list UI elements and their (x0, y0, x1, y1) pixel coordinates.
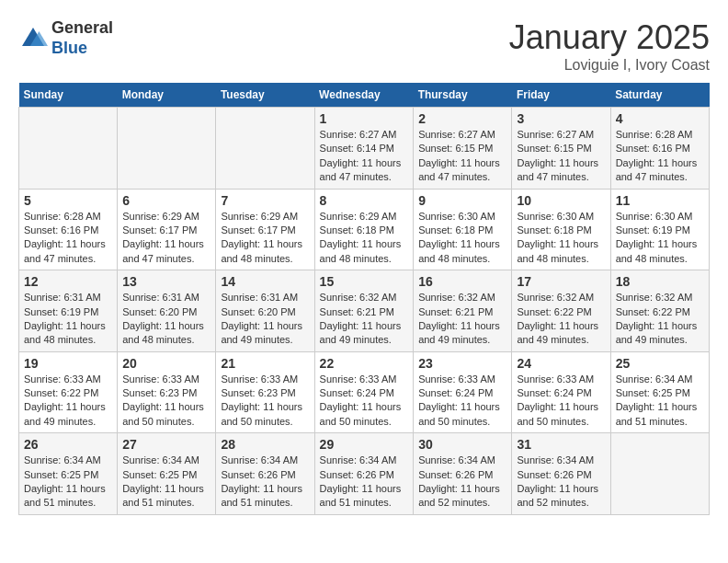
day-cell-15: 15Sunrise: 6:32 AM Sunset: 6:21 PM Dayli… (314, 270, 414, 352)
day-cell-30: 30Sunrise: 6:34 AM Sunset: 6:26 PM Dayli… (414, 433, 512, 515)
day-cell-31: 31Sunrise: 6:34 AM Sunset: 6:26 PM Dayli… (512, 433, 610, 515)
day-info: Sunrise: 6:31 AM Sunset: 6:19 PM Dayligh… (24, 291, 112, 348)
day-number: 19 (24, 356, 112, 371)
day-cell-26: 26Sunrise: 6:34 AM Sunset: 6:25 PM Dayli… (19, 433, 118, 515)
day-number: 4 (616, 111, 704, 126)
header-sunday: Sunday (19, 83, 118, 108)
day-info: Sunrise: 6:34 AM Sunset: 6:25 PM Dayligh… (616, 373, 704, 430)
day-cell-24: 24Sunrise: 6:33 AM Sunset: 6:24 PM Dayli… (512, 351, 610, 433)
day-number: 2 (418, 111, 506, 126)
day-cell-7: 7Sunrise: 6:29 AM Sunset: 6:17 PM Daylig… (216, 189, 314, 270)
day-info: Sunrise: 6:27 AM Sunset: 6:15 PM Dayligh… (517, 128, 605, 185)
day-number: 15 (320, 274, 409, 289)
day-cell-14: 14Sunrise: 6:31 AM Sunset: 6:20 PM Dayli… (216, 270, 314, 352)
day-cell-10: 10Sunrise: 6:30 AM Sunset: 6:18 PM Dayli… (512, 189, 610, 270)
day-info: Sunrise: 6:29 AM Sunset: 6:17 PM Dayligh… (221, 210, 309, 267)
day-number: 18 (616, 274, 704, 289)
calendar-header-row: SundayMondayTuesdayWednesdayThursdayFrid… (19, 83, 710, 108)
day-info: Sunrise: 6:34 AM Sunset: 6:26 PM Dayligh… (320, 454, 409, 511)
day-info: Sunrise: 6:28 AM Sunset: 6:16 PM Dayligh… (616, 128, 704, 185)
day-number: 5 (24, 193, 112, 208)
location-title: Loviguie I, Ivory Coast (509, 57, 710, 74)
day-info: Sunrise: 6:30 AM Sunset: 6:19 PM Dayligh… (616, 210, 704, 267)
day-cell-8: 8Sunrise: 6:29 AM Sunset: 6:18 PM Daylig… (314, 189, 414, 270)
day-number: 23 (418, 356, 506, 371)
empty-cell (118, 108, 216, 190)
day-info: Sunrise: 6:30 AM Sunset: 6:18 PM Dayligh… (418, 210, 506, 267)
day-number: 27 (122, 437, 210, 452)
day-info: Sunrise: 6:28 AM Sunset: 6:16 PM Dayligh… (24, 210, 112, 267)
day-cell-28: 28Sunrise: 6:34 AM Sunset: 6:26 PM Dayli… (216, 433, 314, 515)
day-number: 14 (221, 274, 309, 289)
day-info: Sunrise: 6:33 AM Sunset: 6:23 PM Dayligh… (221, 373, 309, 430)
day-info: Sunrise: 6:34 AM Sunset: 6:25 PM Dayligh… (122, 454, 210, 511)
day-info: Sunrise: 6:34 AM Sunset: 6:26 PM Dayligh… (221, 454, 309, 511)
day-info: Sunrise: 6:33 AM Sunset: 6:24 PM Dayligh… (320, 373, 409, 430)
day-cell-12: 12Sunrise: 6:31 AM Sunset: 6:19 PM Dayli… (19, 270, 118, 352)
day-info: Sunrise: 6:27 AM Sunset: 6:14 PM Dayligh… (320, 128, 409, 185)
day-number: 11 (616, 193, 704, 208)
day-number: 26 (24, 437, 112, 452)
day-number: 22 (320, 356, 409, 371)
day-cell-9: 9Sunrise: 6:30 AM Sunset: 6:18 PM Daylig… (414, 189, 512, 270)
day-info: Sunrise: 6:27 AM Sunset: 6:15 PM Dayligh… (418, 128, 506, 185)
week-row-2: 5Sunrise: 6:28 AM Sunset: 6:16 PM Daylig… (19, 189, 710, 270)
day-info: Sunrise: 6:29 AM Sunset: 6:18 PM Dayligh… (320, 210, 409, 267)
month-title: January 2025 (509, 18, 710, 57)
day-cell-5: 5Sunrise: 6:28 AM Sunset: 6:16 PM Daylig… (19, 189, 118, 270)
header-wednesday: Wednesday (314, 83, 414, 108)
header-tuesday: Tuesday (216, 83, 314, 108)
day-number: 29 (320, 437, 409, 452)
calendar-table: SundayMondayTuesdayWednesdayThursdayFrid… (18, 83, 710, 515)
day-number: 10 (517, 193, 605, 208)
day-info: Sunrise: 6:33 AM Sunset: 6:24 PM Dayligh… (517, 373, 605, 430)
day-number: 16 (418, 274, 506, 289)
day-number: 28 (221, 437, 309, 452)
day-cell-16: 16Sunrise: 6:32 AM Sunset: 6:21 PM Dayli… (414, 270, 512, 352)
week-row-5: 26Sunrise: 6:34 AM Sunset: 6:25 PM Dayli… (19, 433, 710, 515)
day-cell-11: 11Sunrise: 6:30 AM Sunset: 6:19 PM Dayli… (610, 189, 709, 270)
day-info: Sunrise: 6:34 AM Sunset: 6:26 PM Dayligh… (517, 454, 605, 511)
day-cell-18: 18Sunrise: 6:32 AM Sunset: 6:22 PM Dayli… (610, 270, 709, 352)
day-cell-4: 4Sunrise: 6:28 AM Sunset: 6:16 PM Daylig… (610, 108, 709, 190)
day-number: 9 (418, 193, 506, 208)
day-number: 31 (517, 437, 605, 452)
day-info: Sunrise: 6:29 AM Sunset: 6:17 PM Dayligh… (122, 210, 210, 267)
day-info: Sunrise: 6:32 AM Sunset: 6:22 PM Dayligh… (517, 291, 605, 348)
day-number: 21 (221, 356, 309, 371)
day-info: Sunrise: 6:33 AM Sunset: 6:24 PM Dayligh… (418, 373, 506, 430)
title-block: January 2025 Loviguie I, Ivory Coast (509, 18, 710, 74)
day-cell-29: 29Sunrise: 6:34 AM Sunset: 6:26 PM Dayli… (314, 433, 414, 515)
logo-icon (18, 24, 48, 53)
page-header: General Blue January 2025 Loviguie I, Iv… (18, 18, 710, 74)
day-cell-23: 23Sunrise: 6:33 AM Sunset: 6:24 PM Dayli… (414, 351, 512, 433)
logo: General Blue (18, 18, 113, 58)
day-number: 17 (517, 274, 605, 289)
day-number: 13 (122, 274, 210, 289)
logo-blue-text: Blue (51, 39, 87, 57)
header-saturday: Saturday (610, 83, 709, 108)
week-row-3: 12Sunrise: 6:31 AM Sunset: 6:19 PM Dayli… (19, 270, 710, 352)
day-number: 20 (122, 356, 210, 371)
day-cell-1: 1Sunrise: 6:27 AM Sunset: 6:14 PM Daylig… (314, 108, 414, 190)
day-info: Sunrise: 6:33 AM Sunset: 6:23 PM Dayligh… (122, 373, 210, 430)
day-info: Sunrise: 6:31 AM Sunset: 6:20 PM Dayligh… (221, 291, 309, 348)
day-info: Sunrise: 6:34 AM Sunset: 6:25 PM Dayligh… (24, 454, 112, 511)
day-number: 6 (122, 193, 210, 208)
logo-general-text: General (51, 18, 113, 37)
week-row-4: 19Sunrise: 6:33 AM Sunset: 6:22 PM Dayli… (19, 351, 710, 433)
day-info: Sunrise: 6:33 AM Sunset: 6:22 PM Dayligh… (24, 373, 112, 430)
day-info: Sunrise: 6:32 AM Sunset: 6:22 PM Dayligh… (616, 291, 704, 348)
day-info: Sunrise: 6:32 AM Sunset: 6:21 PM Dayligh… (320, 291, 409, 348)
day-info: Sunrise: 6:32 AM Sunset: 6:21 PM Dayligh… (418, 291, 506, 348)
day-number: 7 (221, 193, 309, 208)
day-cell-6: 6Sunrise: 6:29 AM Sunset: 6:17 PM Daylig… (118, 189, 216, 270)
week-row-1: 1Sunrise: 6:27 AM Sunset: 6:14 PM Daylig… (19, 108, 710, 190)
day-cell-27: 27Sunrise: 6:34 AM Sunset: 6:25 PM Dayli… (118, 433, 216, 515)
day-info: Sunrise: 6:31 AM Sunset: 6:20 PM Dayligh… (122, 291, 210, 348)
empty-cell (216, 108, 314, 190)
day-number: 12 (24, 274, 112, 289)
day-info: Sunrise: 6:34 AM Sunset: 6:26 PM Dayligh… (418, 454, 506, 511)
day-number: 25 (616, 356, 704, 371)
header-friday: Friday (512, 83, 610, 108)
